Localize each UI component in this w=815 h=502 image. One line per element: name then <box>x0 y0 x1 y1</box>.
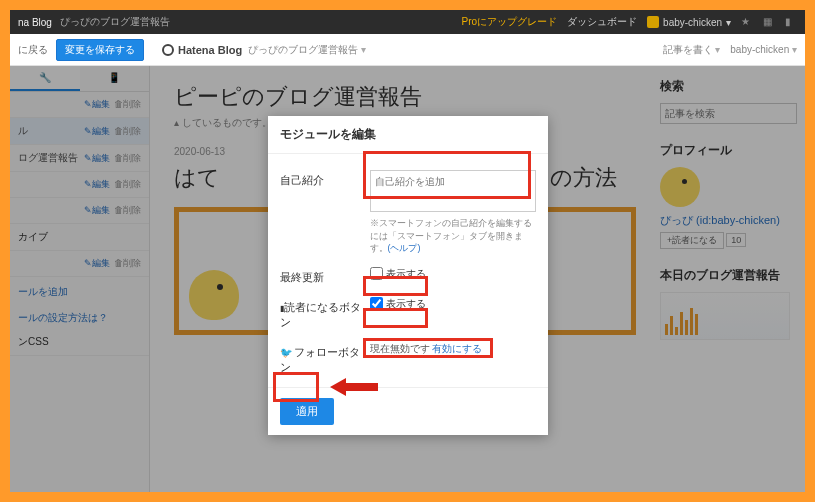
global-topbar: na Blog ぴっぴのブログ運営報告 Proにアップグレード ダッシュボード … <box>10 10 805 34</box>
topbar-blogname[interactable]: ぴっぴのブログ運営報告 <box>60 15 170 29</box>
brand-name: na Blog <box>18 17 52 28</box>
notifications-icon[interactable] <box>785 16 797 28</box>
admin-toolbar: に戻る 変更を保存する Hatena Blog ぴっぴのブログ運営報告 記事を書… <box>10 34 805 66</box>
modal-title: モジュールを編集 <box>268 116 548 154</box>
modal-overlay: モジュールを編集 自己紹介 ※スマートフォンの自己紹介を編集するには「スマートフ… <box>10 66 805 492</box>
intro-textarea[interactable] <box>370 170 536 212</box>
help-link[interactable]: (ヘルプ) <box>388 243 421 253</box>
follow-status: 現在無効です 有効にする <box>370 342 536 356</box>
chevron-down-icon: ▾ <box>726 17 731 28</box>
dashboard-link[interactable]: ダッシュボード <box>567 15 637 29</box>
adminbar-blogname[interactable]: ぴっぴのブログ運営報告 <box>248 43 366 57</box>
adminbar-user[interactable]: baby-chicken <box>730 44 797 55</box>
avatar-icon <box>647 16 659 28</box>
annotation-arrow <box>330 376 378 398</box>
star-icon[interactable] <box>741 16 753 28</box>
reader-button-label: 読者になるボタン <box>280 297 370 330</box>
back-link[interactable]: に戻る <box>18 43 48 57</box>
hatena-logo-icon <box>162 44 174 56</box>
intro-hint: ※スマートフォンの自己紹介を編集するには「スマートフォン」タブを開きます。(ヘル… <box>370 217 536 255</box>
lastupdate-label: 最終更新 <box>280 267 370 285</box>
follow-button-label: フォローボタン <box>280 342 370 375</box>
apps-icon[interactable] <box>763 16 775 28</box>
save-changes-button[interactable]: 変更を保存する <box>56 39 144 61</box>
topbar-username: baby-chicken <box>663 17 722 28</box>
module-edit-modal: モジュールを編集 自己紹介 ※スマートフォンの自己紹介を編集するには「スマートフ… <box>268 116 548 435</box>
pro-upgrade-link[interactable]: Proにアップグレード <box>462 15 558 29</box>
apply-button[interactable]: 適用 <box>280 398 334 425</box>
lastupdate-checkbox[interactable] <box>370 267 383 280</box>
hatena-logo[interactable]: Hatena Blog <box>162 44 242 56</box>
intro-label: 自己紹介 <box>280 170 370 188</box>
user-menu[interactable]: baby-chicken ▾ <box>647 16 731 28</box>
write-post-link[interactable]: 記事を書く <box>663 43 721 57</box>
reader-checkbox[interactable] <box>370 297 383 310</box>
enable-follow-link[interactable]: 有効にする <box>432 343 482 354</box>
svg-marker-0 <box>330 378 378 396</box>
